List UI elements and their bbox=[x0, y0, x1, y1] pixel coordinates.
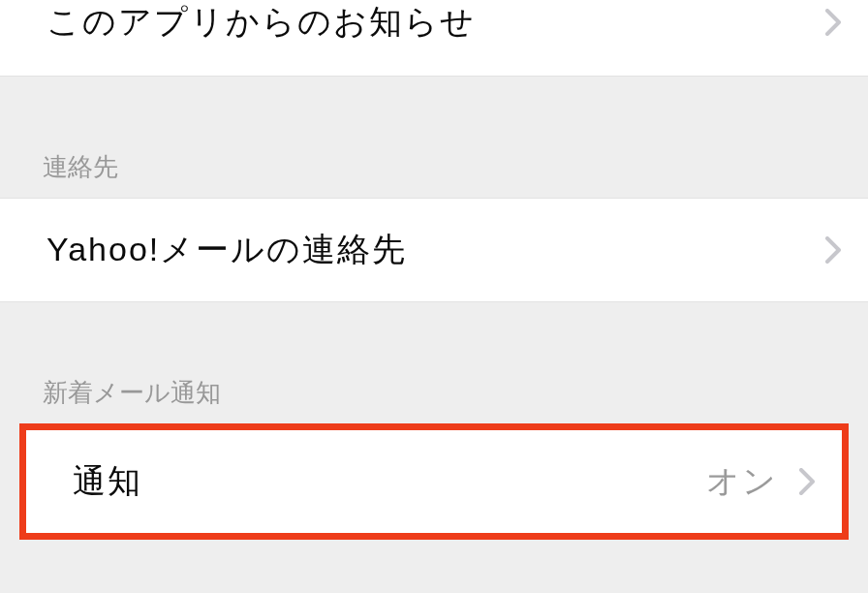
notification-highlight: 通知 オン bbox=[19, 423, 849, 540]
newmail-section: 新着メール通知 通知 オン bbox=[0, 302, 868, 540]
chevron-right-icon bbox=[825, 236, 841, 264]
app-notice-row[interactable]: このアプリからのお知らせ bbox=[0, 0, 868, 77]
notification-row[interactable]: 通知 オン bbox=[26, 430, 842, 533]
newmail-header: 新着メール通知 bbox=[0, 362, 868, 423]
app-notice-label: このアプリからのお知らせ bbox=[46, 0, 476, 45]
chevron-right-icon bbox=[825, 9, 841, 36]
contacts-header: 連絡先 bbox=[0, 137, 868, 198]
yahoo-mail-contacts-label: Yahoo!メールの連絡先 bbox=[46, 228, 407, 272]
contacts-section: 連絡先 Yahoo!メールの連絡先 bbox=[0, 77, 868, 302]
yahoo-mail-contacts-row[interactable]: Yahoo!メールの連絡先 bbox=[0, 198, 868, 302]
chevron-right-icon bbox=[799, 468, 815, 495]
notification-label: 通知 bbox=[73, 459, 142, 504]
notification-value: オン bbox=[706, 459, 778, 504]
